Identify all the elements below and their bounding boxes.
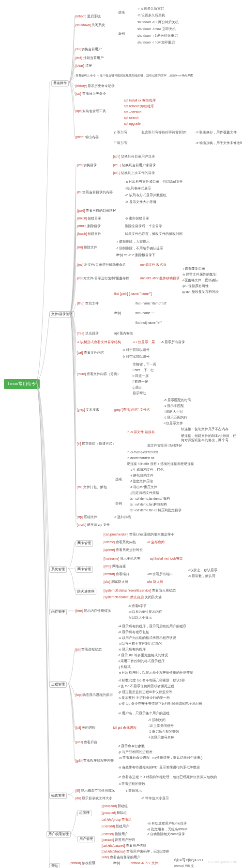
cat-sys: 系统管理: [49, 566, 67, 573]
cat-mem: 内存管理: [49, 609, 67, 615]
cat-basic: 基础操作: [51, 80, 69, 87]
cat-disk: 磁盘管理: [49, 793, 67, 799]
cat-help: 帮助: [49, 863, 60, 868]
cat-file: 文件/目录管理: [49, 311, 75, 318]
root-node: Linux常用命令: [4, 379, 40, 389]
cat-user: 用户权限管理: [46, 831, 71, 838]
cat-proc: 进程管理: [49, 681, 67, 688]
watermark: CSDN @anoYue: [208, 860, 237, 864]
mindmap-root: Linux常用命令 基础操作 [reboot] 重启系统 [shutdown] …: [2, 2, 240, 867]
